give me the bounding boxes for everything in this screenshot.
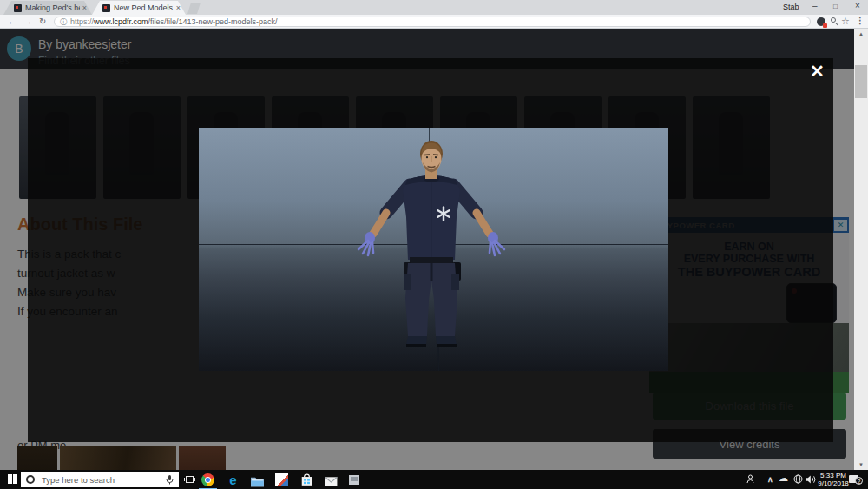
- people-icon[interactable]: [746, 474, 754, 484]
- tab-favicon: [14, 4, 22, 12]
- forward-button[interactable]: →: [23, 17, 32, 27]
- taskbar-search[interactable]: Type here to search: [21, 472, 179, 487]
- chrome-icon[interactable]: [201, 473, 214, 486]
- taskbar-clock[interactable]: 5:33 PM 9/10/2018: [818, 472, 849, 487]
- tab-close-icon[interactable]: ×: [176, 3, 181, 12]
- reload-button[interactable]: ↻: [39, 17, 46, 27]
- scrollbar-thumb[interactable]: [855, 65, 867, 98]
- notification-badge: 2: [855, 477, 863, 485]
- new-tab-button[interactable]: [187, 3, 201, 14]
- photos-icon[interactable]: [275, 473, 288, 486]
- zoom-icon[interactable]: [831, 17, 839, 26]
- mail-icon[interactable]: [325, 475, 338, 488]
- scroll-down-arrow[interactable]: ▼: [854, 459, 868, 470]
- extension-icon[interactable]: [817, 17, 825, 26]
- taskbar: Type here to search e: [0, 470, 868, 489]
- url-scheme: https://: [70, 17, 94, 26]
- browser-menu-icon[interactable]: ⋮: [856, 16, 865, 25]
- task-view-icon[interactable]: [184, 474, 195, 485]
- page-info-icon[interactable]: ⓘ: [60, 17, 67, 27]
- microphone-icon[interactable]: [166, 475, 174, 485]
- browser-tabstrip: Making Ped's help - GTA × New Ped Models…: [0, 0, 868, 15]
- cortana-icon: [26, 475, 35, 484]
- scrollbar[interactable]: ▲ ▼: [854, 29, 868, 470]
- start-button[interactable]: [8, 474, 17, 484]
- store-icon[interactable]: [300, 473, 313, 486]
- address-bar[interactable]: ⓘ https://www.lcpdfr.com/files/file/1413…: [54, 17, 811, 27]
- tab-close-icon[interactable]: ×: [82, 3, 87, 12]
- clock-date: 9/10/2018: [818, 479, 849, 487]
- action-center-icon[interactable]: 2: [849, 473, 863, 486]
- volume-icon[interactable]: [806, 475, 816, 484]
- ped-model-render: [199, 128, 668, 371]
- onedrive-icon[interactable]: ☁: [779, 472, 788, 484]
- bookmark-star-icon[interactable]: ☆: [841, 16, 850, 27]
- url-path: /files/file/1413-new-ped-models-pack/: [148, 17, 278, 26]
- tab-title: New Ped Models Pack - P: [114, 3, 174, 12]
- search-placeholder: Type here to search: [42, 475, 166, 485]
- lightbox-close-icon[interactable]: ✕: [810, 61, 825, 82]
- browser-toolbar: ← → ↻ ⓘ https://www.lcpdfr.com/files/fil…: [0, 15, 868, 29]
- url-host: www.lcpdfr.com: [94, 17, 148, 26]
- lightbox-image[interactable]: [199, 128, 668, 371]
- app-window-icon[interactable]: [349, 475, 359, 485]
- screen: Making Ped's help - GTA × New Ped Models…: [0, 0, 868, 489]
- tab-title: Making Ped's help - GTA: [25, 3, 80, 12]
- back-button[interactable]: ←: [8, 17, 16, 27]
- tab-new-ped-models-pack[interactable]: New Ped Models Pack - P ×: [92, 1, 186, 15]
- tab-making-peds-help[interactable]: Making Ped's help - GTA ×: [3, 1, 92, 15]
- scroll-up-arrow[interactable]: ▲: [854, 29, 868, 39]
- maximize-button[interactable]: □: [833, 3, 838, 10]
- close-window-button[interactable]: ×: [855, 1, 860, 10]
- clock-time: 5:33 PM: [818, 472, 849, 479]
- profile-name[interactable]: Stab: [783, 3, 799, 11]
- edge-icon[interactable]: e: [227, 473, 240, 486]
- tray-chevron-icon[interactable]: ∧: [767, 475, 773, 484]
- minimize-button[interactable]: –: [812, 1, 818, 10]
- network-icon[interactable]: [793, 474, 803, 484]
- tab-favicon: [102, 4, 110, 12]
- file-explorer-icon[interactable]: [251, 475, 264, 488]
